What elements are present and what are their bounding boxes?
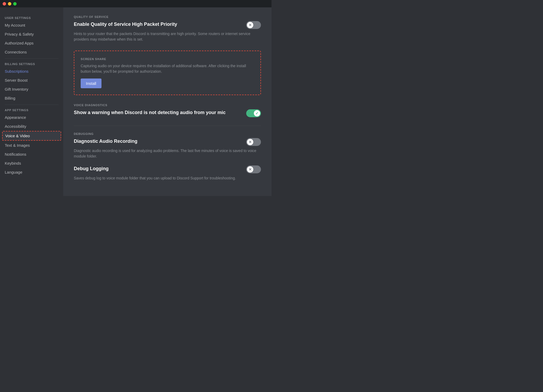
sidebar-item-server-boost[interactable]: Server Boost	[2, 76, 61, 85]
sidebar-item-connections[interactable]: Connections	[2, 48, 61, 56]
maximize-button[interactable]	[13, 2, 17, 6]
screen-share-label: SCREEN SHARE	[81, 57, 254, 61]
x-icon-debug: ✕	[249, 167, 252, 172]
screen-share-box: SCREEN SHARE Capturing audio on your dev…	[74, 51, 261, 95]
debug-logging-title: Debug Logging	[74, 166, 109, 172]
debug-logging-desc: Saves debug log to voice module folder t…	[74, 175, 261, 181]
toggle-track-diagnostic[interactable]: ✕	[246, 138, 261, 146]
diagnostic-recording-row: Diagnostic Audio Recording ✕	[74, 138, 261, 146]
sidebar-item-authorized-apps[interactable]: Authorized Apps	[2, 39, 61, 47]
voice-diagnostics-label: VOICE DIAGNOSTICS	[74, 104, 261, 107]
debug-logging-row: Debug Logging ✕	[74, 165, 261, 173]
check-icon-voice: ✓	[255, 111, 259, 115]
diagnostic-recording-desc: Diagnostic audio recording is used for a…	[74, 148, 261, 159]
quality-of-service-label: QUALITY OF SERVICE	[74, 15, 261, 18]
content-divider	[74, 126, 261, 126]
debug-logging-toggle[interactable]: ✕	[246, 165, 261, 173]
debugging-section: DEBUGGING Diagnostic Audio Recording ✕ D…	[74, 132, 261, 181]
sidebar-item-subscriptions[interactable]: Subscriptions	[2, 67, 61, 76]
voice-diagnostics-row: Show a warning when Discord is not detec…	[74, 109, 261, 117]
diagnostic-recording-toggle[interactable]: ✕	[246, 138, 261, 146]
voice-diagnostics-section: VOICE DIAGNOSTICS Show a warning when Di…	[74, 104, 261, 117]
sidebar-item-privacy-safety[interactable]: Privacy & Safety	[2, 30, 61, 38]
sidebar-item-keybinds[interactable]: Keybinds	[2, 159, 61, 168]
sidebar-divider-2	[5, 105, 59, 105]
user-settings-label: USER SETTINGS	[2, 15, 61, 21]
toggle-thumb-debug: ✕	[247, 166, 253, 173]
sidebar-item-accessibility[interactable]: Accessibility	[2, 122, 61, 131]
toggle-thumb-qos: ✕	[247, 22, 253, 28]
debugging-label: DEBUGGING	[74, 132, 261, 135]
sidebar-item-appearance[interactable]: Appearance	[2, 113, 61, 122]
diagnostic-recording-title: Diagnostic Audio Recording	[74, 139, 137, 144]
sidebar-item-language[interactable]: Language	[2, 168, 61, 177]
minimize-button[interactable]	[8, 2, 11, 6]
app-settings-label: APP SETTINGS	[2, 107, 61, 113]
main-content: QUALITY OF SERVICE Enable Quality of Ser…	[63, 7, 272, 196]
toggle-track-qos[interactable]: ✕	[246, 21, 261, 29]
toggle-thumb-voice: ✓	[254, 110, 260, 116]
sidebar-item-text-images[interactable]: Text & Images	[2, 141, 61, 150]
voice-diagnostics-toggle[interactable]: ✓	[246, 109, 261, 117]
billing-settings-label: BILLING SETTINGS	[2, 61, 61, 67]
toggle-thumb-diagnostic: ✕	[247, 139, 253, 145]
sidebar-item-billing[interactable]: Billing	[2, 94, 61, 102]
sidebar-item-voice-video[interactable]: Voice & Video	[2, 131, 61, 141]
voice-diagnostics-title: Show a warning when Discord is not detec…	[74, 110, 226, 115]
quality-of-service-row: Enable Quality of Service High Packet Pr…	[74, 21, 261, 29]
x-icon-qos: ✕	[249, 23, 252, 27]
screen-share-desc: Capturing audio on your device requires …	[81, 63, 254, 74]
close-button[interactable]	[3, 2, 6, 6]
sidebar-item-notifications[interactable]: Notifications	[2, 150, 61, 159]
x-icon-diagnostic: ✕	[249, 140, 252, 144]
install-button[interactable]: Install	[81, 79, 101, 88]
toggle-track-voice[interactable]: ✓	[246, 109, 261, 117]
sidebar-divider-1	[5, 58, 59, 59]
titlebar	[0, 0, 272, 7]
quality-of-service-title: Enable Quality of Service High Packet Pr…	[74, 22, 177, 27]
quality-of-service-section: QUALITY OF SERVICE Enable Quality of Ser…	[74, 15, 261, 42]
sidebar: USER SETTINGS My Account Privacy & Safet…	[0, 7, 63, 196]
sidebar-item-gift-inventory[interactable]: Gift Inventory	[2, 85, 61, 94]
toggle-track-debug[interactable]: ✕	[246, 165, 261, 173]
quality-of-service-toggle[interactable]: ✕	[246, 21, 261, 29]
app-layout: USER SETTINGS My Account Privacy & Safet…	[0, 7, 272, 196]
sidebar-item-my-account[interactable]: My Account	[2, 21, 61, 30]
quality-of-service-desc: Hints to your router that the packets Di…	[74, 31, 261, 42]
quality-of-service-text: Enable Quality of Service High Packet Pr…	[74, 22, 177, 29]
